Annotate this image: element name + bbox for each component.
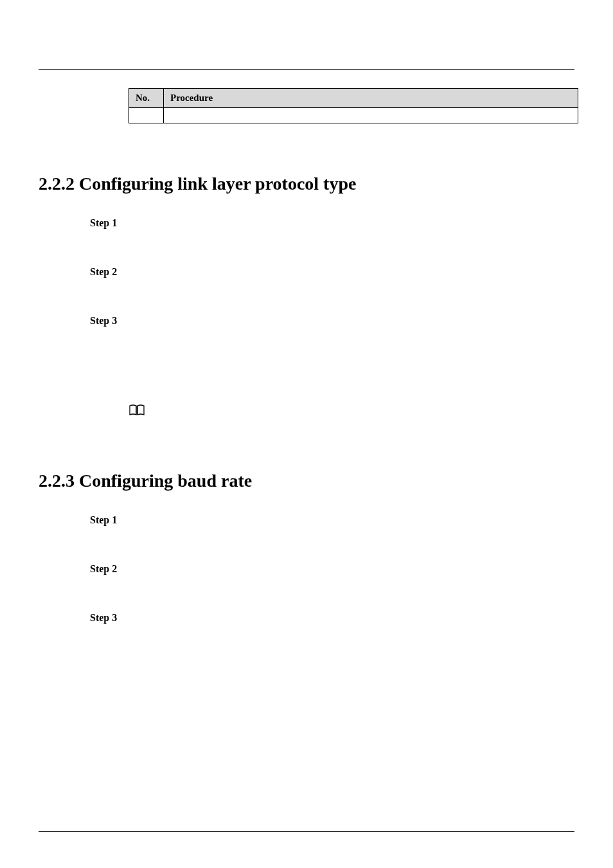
cell-procedure — [164, 108, 578, 123]
step-block: Step 1 — [90, 217, 574, 229]
step-block: Step 2 — [90, 266, 574, 278]
section-heading-223: 2.2.3 Configuring baud rate — [39, 471, 574, 491]
step-label: Step 3 — [90, 612, 117, 623]
header-divider — [39, 69, 574, 70]
step-label: Step 2 — [90, 563, 117, 574]
step-block: Step 2 — [90, 563, 574, 575]
step-label: Step 2 — [90, 266, 117, 277]
book-icon — [129, 404, 145, 420]
step-label: Step 1 — [90, 514, 117, 525]
col-header-procedure: Procedure — [164, 89, 578, 108]
note-block — [129, 404, 574, 420]
step-block: Step 3 — [90, 315, 574, 327]
section-heading-222: 2.2.2 Configuring link layer protocol ty… — [39, 174, 574, 194]
col-header-no: No. — [129, 89, 164, 108]
step-label: Step 3 — [90, 315, 117, 326]
footer-divider — [39, 831, 574, 832]
cell-no — [129, 108, 164, 123]
step-block: Step 3 — [90, 612, 574, 624]
table-header-row: No. Procedure — [129, 89, 578, 108]
step-block: Step 1 — [90, 514, 574, 526]
procedure-table: No. Procedure — [129, 88, 578, 123]
table-row — [129, 108, 578, 123]
step-label: Step 1 — [90, 217, 117, 228]
